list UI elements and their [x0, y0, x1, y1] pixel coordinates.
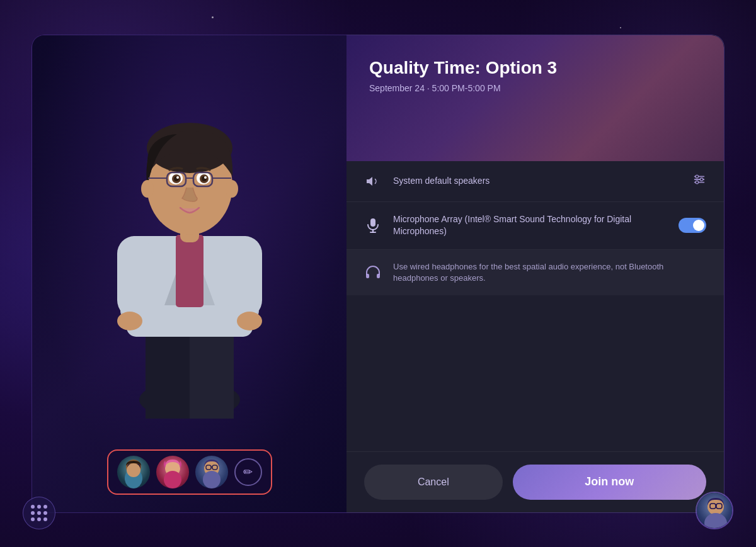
audio-settings-icon[interactable]: [692, 172, 706, 189]
svg-point-49: [696, 175, 699, 178]
event-date: September 24 · 5:00 PM-5:00 PM: [369, 83, 701, 93]
microphone-label: Microphone Array (Intel® Smart Sound Tec…: [393, 213, 667, 238]
svg-point-15: [237, 312, 262, 330]
avatar-option-3[interactable]: [195, 456, 228, 488]
svg-point-33: [226, 180, 238, 198]
hint-text: Use wired headphones for the best spatia…: [393, 261, 706, 284]
svg-point-26: [204, 176, 207, 179]
speakers-row: System default speakers: [346, 161, 724, 202]
avatar-figure: [83, 66, 297, 419]
headphones-icon: [364, 264, 382, 281]
svg-rect-36: [128, 465, 134, 469]
cancel-button[interactable]: Cancel: [364, 465, 503, 500]
microphone-row: Microphone Array (Intel® Smart Sound Tec…: [346, 202, 724, 250]
svg-point-42: [203, 471, 220, 488]
user-avatar-button[interactable]: [696, 492, 733, 529]
svg-rect-14: [227, 236, 262, 318]
svg-point-25: [176, 176, 179, 179]
avatar-option-1[interactable]: [117, 456, 150, 488]
right-panel: Quality Time: Option 3 September 24 · 5:…: [346, 35, 724, 513]
svg-point-40: [164, 471, 181, 488]
svg-rect-52: [370, 218, 375, 227]
svg-point-32: [141, 180, 154, 198]
event-title: Quality Time: Option 3: [369, 58, 701, 78]
avatar-option-2[interactable]: [156, 456, 189, 488]
speakers-label: System default speakers: [393, 175, 681, 188]
action-bar: Cancel Join now: [346, 451, 724, 512]
hint-row: Use wired headphones for the best spatia…: [346, 250, 724, 295]
edit-icon: ✏: [243, 465, 253, 479]
avatar-svg: [83, 66, 297, 419]
speaker-icon: [364, 172, 382, 190]
svg-rect-55: [366, 274, 369, 278]
microphone-toggle[interactable]: [679, 218, 706, 233]
toggle-switch[interactable]: [679, 218, 706, 233]
svg-rect-11: [176, 235, 203, 307]
join-button[interactable]: Join now: [513, 465, 706, 500]
svg-point-50: [700, 178, 703, 181]
svg-rect-12: [117, 236, 152, 318]
main-container: ✏ Quality Time: Option 3 September 24 · …: [32, 35, 724, 513]
avatar-area: [32, 35, 346, 449]
svg-rect-56: [377, 274, 380, 278]
user-avatar-icon: [697, 493, 732, 528]
svg-point-51: [696, 181, 699, 184]
event-header: Quality Time: Option 3 September 24 · 5:…: [346, 35, 724, 161]
avatar-selector: ✏: [107, 449, 272, 495]
grid-icon: [31, 505, 47, 521]
avatar-panel: ✏: [32, 35, 346, 513]
edit-avatar-button[interactable]: ✏: [234, 458, 262, 486]
microphone-icon: [364, 217, 382, 234]
audio-settings: System default speakers: [346, 161, 724, 451]
svg-point-35: [125, 468, 142, 488]
grid-menu-button[interactable]: [23, 497, 55, 529]
svg-point-13: [117, 312, 142, 330]
svg-rect-37: [134, 465, 140, 469]
svg-point-58: [704, 513, 727, 529]
